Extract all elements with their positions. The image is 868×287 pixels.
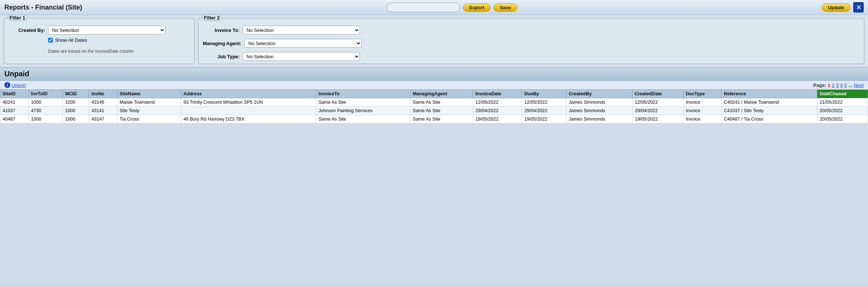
- table-row[interactable]: 404871000100043147Tia Cross46 Bury Rd Ha…: [0, 115, 868, 124]
- show-all-dates-checkbox[interactable]: [48, 38, 53, 43]
- cell-debtchased: 20/05/2022: [817, 115, 868, 124]
- cell-createdby: James Simmonds: [566, 107, 632, 115]
- unpaid-table: SiteID InvToID MCID InvNo SiteName Addre…: [0, 89, 868, 124]
- job-type-label: Job Type:: [203, 54, 240, 59]
- cell-dueby: 19/05/2022: [522, 115, 566, 124]
- cell-dueby: 29/04/2022: [522, 107, 566, 115]
- cell-address: [181, 107, 316, 115]
- col-mcid: MCID: [63, 90, 89, 98]
- cell-siteid: 40487: [0, 115, 29, 124]
- cell-invtoid: 1000: [29, 115, 63, 124]
- page-5-link[interactable]: 5: [844, 82, 847, 88]
- cell-createddate: 19/05/2022: [632, 115, 683, 124]
- cell-siteid: 40241: [0, 98, 29, 107]
- col-siteid: SiteID: [0, 90, 29, 98]
- created-by-select[interactable]: No Selection: [48, 26, 165, 34]
- update-button[interactable]: Update: [822, 3, 850, 12]
- col-createdby: CreatedBy: [566, 90, 632, 98]
- cell-address: 46 Bury Rd Hamsey DZ3 7BX: [181, 115, 316, 124]
- unsort-label: Unsort: [12, 82, 26, 88]
- unpaid-section: Unpaid i Unsort Page: 1 2 3 4 5 ... Next…: [0, 67, 868, 124]
- cell-invoicedate: 12/05/2022: [473, 98, 522, 107]
- cell-invoicedate: 19/05/2022: [473, 115, 522, 124]
- cell-debtchased: 21/05/2022: [817, 98, 868, 107]
- cell-invno: 43146: [89, 98, 117, 107]
- table-controls: i Unsort Page: 1 2 3 4 5 ... Next: [0, 81, 868, 89]
- col-reference: Reference: [722, 90, 817, 98]
- next-page-link[interactable]: Next: [854, 82, 864, 88]
- table-row[interactable]: 410374730100043141Site TestyJohnson Pain…: [0, 107, 868, 115]
- managing-agent-select[interactable]: No Selection: [244, 39, 362, 48]
- filter1-title: Filter 1: [8, 15, 27, 21]
- table-header-row: SiteID InvToID MCID InvNo SiteName Addre…: [0, 90, 868, 98]
- header: Reports - Financial (Site) Export Save U…: [0, 0, 868, 15]
- col-address: Address: [181, 90, 316, 98]
- cell-sitename: Tia Cross: [117, 115, 181, 124]
- cell-sitename: Maisie Townsend: [117, 98, 181, 107]
- cell-invno: 43141: [89, 107, 117, 115]
- cell-siteid: 41037: [0, 107, 29, 115]
- filter2-title: Filter 2: [202, 15, 222, 21]
- cell-managingagent: Same As Site: [411, 98, 473, 107]
- cell-doctype: Invoice: [683, 107, 722, 115]
- cell-createdby: James Simmonds: [566, 115, 632, 124]
- show-all-dates-label: Show All Dates: [55, 37, 87, 43]
- save-button[interactable]: Save: [493, 3, 517, 12]
- page-label: Page:: [813, 82, 826, 88]
- cell-dueby: 12/05/2022: [522, 98, 566, 107]
- cell-sitename: Site Testy: [117, 107, 181, 115]
- cell-reference: C40487 / Tia Cross: [722, 115, 817, 124]
- managing-agent-label: Managing Agent:: [203, 41, 241, 46]
- col-invoiceto: InvoiceTo: [316, 90, 411, 98]
- ellipsis: ...: [848, 82, 852, 88]
- dates-note: Dates are based on the InvoiceDate colum…: [48, 49, 190, 54]
- page-4-link[interactable]: 4: [840, 82, 843, 88]
- invoice-to-select[interactable]: No Selection: [242, 26, 360, 34]
- cell-managingagent: Same As Site: [411, 115, 473, 124]
- info-icon: i: [4, 82, 10, 88]
- unsort-control[interactable]: i Unsort: [4, 82, 26, 88]
- col-doctype: DocType: [683, 90, 722, 98]
- cell-reference: C41037 / Site Testy: [722, 107, 817, 115]
- page-1-link[interactable]: 1: [828, 82, 830, 88]
- created-by-label: Created By:: [8, 27, 45, 33]
- job-type-select[interactable]: No Selection: [242, 52, 360, 61]
- cell-reference: C40241 / Maisie Townsend: [722, 98, 817, 107]
- unpaid-header: Unpaid: [0, 67, 868, 81]
- cell-invno: 43147: [89, 115, 117, 124]
- page-title: Reports - Financial (Site): [4, 4, 82, 11]
- search-input[interactable]: [387, 3, 460, 12]
- cell-doctype: Invoice: [683, 98, 722, 107]
- filter2-box: Filter 2 Invoice To: No Selection Managi…: [198, 18, 864, 64]
- table-row[interactable]: 402411000100043146Maisie Townsend93 Trin…: [0, 98, 868, 107]
- cell-address: 93 Trinity Crescent Whaddon SP5 1UN: [181, 98, 316, 107]
- page-2-link[interactable]: 2: [832, 82, 834, 88]
- cell-createddate: 12/05/2022: [632, 98, 683, 107]
- filter1-box: Filter 1 Created By: No Selection Show A…: [4, 18, 194, 64]
- cell-createdby: James Simmonds: [566, 98, 632, 107]
- cell-managingagent: Same As Site: [411, 107, 473, 115]
- col-invoicedate: InvoiceDate: [473, 90, 522, 98]
- close-button[interactable]: ✕: [853, 2, 864, 12]
- page-3-link[interactable]: 3: [836, 82, 839, 88]
- cell-mcid: 1000: [63, 107, 89, 115]
- invoice-to-label: Invoice To:: [203, 27, 240, 33]
- job-type-row: Job Type: No Selection: [203, 52, 860, 61]
- cell-invoiceto: Same As Site: [316, 98, 411, 107]
- col-sitename: SiteName: [117, 90, 181, 98]
- cell-invoiceto: Johnson Painting Services: [316, 107, 411, 115]
- cell-invtoid: 4730: [29, 107, 63, 115]
- cell-invoicedate: 29/04/2022: [473, 107, 522, 115]
- col-invtoid: InvToID: [29, 90, 63, 98]
- col-dueby: DueBy: [522, 90, 566, 98]
- invoice-to-row: Invoice To: No Selection: [203, 26, 860, 34]
- cell-invoiceto: Same As Site: [316, 115, 411, 124]
- cell-debtchased: 20/05/2022: [817, 107, 868, 115]
- export-button[interactable]: Export: [463, 3, 490, 12]
- col-invno: InvNo: [89, 90, 117, 98]
- col-createddate: CreatedDate: [632, 90, 683, 98]
- cell-createddate: 29/04/2022: [632, 107, 683, 115]
- show-dates-row: Show All Dates: [48, 37, 190, 43]
- cell-invtoid: 1000: [29, 98, 63, 107]
- col-debtchased: DebtChased: [817, 90, 868, 98]
